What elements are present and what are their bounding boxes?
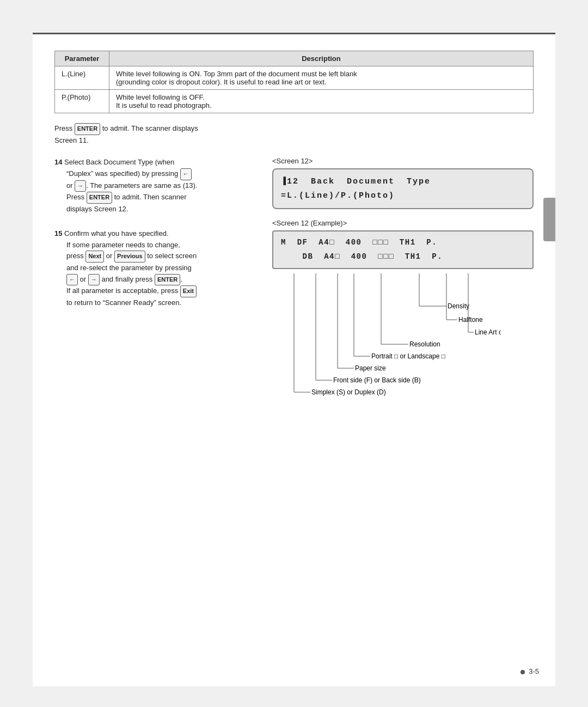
step-14-block: 14 Select Back Document Type (when “Dupl… bbox=[54, 157, 256, 215]
step-14-number: 14 bbox=[54, 158, 62, 166]
step-15-main: Confirm what you have specified. bbox=[64, 229, 168, 237]
paper-size-label: Paper size bbox=[355, 364, 386, 372]
screen-12-label: <Screen 12> bbox=[272, 157, 534, 165]
right-tab bbox=[543, 198, 555, 241]
density-label: Density bbox=[448, 302, 469, 310]
table-header-parameter: Parameter bbox=[55, 51, 109, 66]
screen-12-example-label: <Screen 12 (Example)> bbox=[272, 219, 534, 227]
front-back-label: Front side (F) or Back side (B) bbox=[333, 376, 421, 384]
screen-12-lcd: ▐12 Back Document Type =L.(Line)/P.(Phot… bbox=[272, 168, 534, 209]
step-15-header: 15 Confirm what you have specified. bbox=[54, 228, 256, 240]
left-arrow-key-15: ← bbox=[66, 274, 78, 286]
desc-line: White level following is ON. Top 3mm par… bbox=[109, 66, 534, 90]
parameter-table: Parameter Description L.(Line) White lev… bbox=[54, 51, 534, 113]
table-header-description: Description bbox=[109, 51, 534, 66]
previous-key: Previous bbox=[114, 251, 145, 263]
step-15-block: 15 Confirm what you have specified. If s… bbox=[54, 228, 256, 309]
param-photo: P.(Photo) bbox=[55, 90, 109, 113]
press-enter-block: Press ENTER to admit. The scanner displa… bbox=[54, 123, 534, 146]
diagram-svg: Density Halftone Line Art or Photo Resol… bbox=[272, 273, 501, 410]
enter-key-badge: ENTER bbox=[75, 123, 100, 135]
table-row: P.(Photo) White level following is OFF.I… bbox=[55, 90, 534, 113]
left-arrow-key: ← bbox=[180, 168, 192, 180]
right-arrow-key: → bbox=[75, 180, 86, 192]
next-key: Next bbox=[85, 251, 104, 263]
exit-key: Exit bbox=[180, 285, 197, 297]
enter-key-15: ENTER bbox=[155, 274, 180, 286]
right-column: <Screen 12> ▐12 Back Document Type =L.(L… bbox=[272, 157, 534, 411]
page-content: Parameter Description L.(Line) White lev… bbox=[33, 33, 555, 686]
page-number-text: 3-5 bbox=[529, 667, 539, 675]
left-column: 14 Select Back Document Type (when “Dupl… bbox=[54, 157, 256, 321]
screen-12-example-line2: DB A4□ 400 □□□ TH1 P. bbox=[281, 250, 525, 264]
step-15-number: 15 bbox=[54, 229, 62, 237]
simplex-duplex-label: Simplex (S) or Duplex (D) bbox=[311, 388, 386, 396]
step-14-main: Select Back Document Type (when bbox=[64, 158, 174, 166]
portrait-landscape-label: Portrait □ or Landscape □ bbox=[371, 352, 445, 360]
right-arrow-key-15: → bbox=[88, 274, 100, 286]
step-14-header: 14 Select Back Document Type (when bbox=[54, 157, 256, 168]
press-enter-text: Press bbox=[54, 124, 75, 132]
screen-12-line2: =L.(Line)/P.(Photo) bbox=[281, 189, 525, 203]
bullet-icon bbox=[520, 670, 525, 674]
table-row: L.(Line) White level following is ON. To… bbox=[55, 66, 534, 90]
line-art-label: Line Art or Photo bbox=[475, 328, 501, 336]
desc-photo: White level following is OFF.It is usefu… bbox=[109, 90, 534, 113]
screen-12-example-line1: M DF A4□ 400 □□□ TH1 P. bbox=[281, 236, 525, 249]
resolution-label: Resolution bbox=[409, 340, 440, 348]
enter-key-14: ENTER bbox=[87, 192, 112, 204]
step-14-detail: “Duplex” was specified) by pressing ← or… bbox=[66, 168, 256, 215]
screen-12-example-lcd: M DF A4□ 400 □□□ TH1 P. DB A4□ 400 □□□ T… bbox=[272, 230, 534, 269]
param-line: L.(Line) bbox=[55, 66, 109, 90]
halftone-label: Halftone bbox=[458, 316, 483, 324]
two-column-section: 14 Select Back Document Type (when “Dupl… bbox=[54, 157, 534, 411]
screen-12-line1: ▐12 Back Document Type bbox=[281, 175, 525, 189]
diagram-area: Density Halftone Line Art or Photo Resol… bbox=[272, 273, 534, 411]
page-number: 3-5 bbox=[520, 667, 539, 675]
step-15-detail: If some parameter needs to change, press… bbox=[66, 240, 256, 309]
